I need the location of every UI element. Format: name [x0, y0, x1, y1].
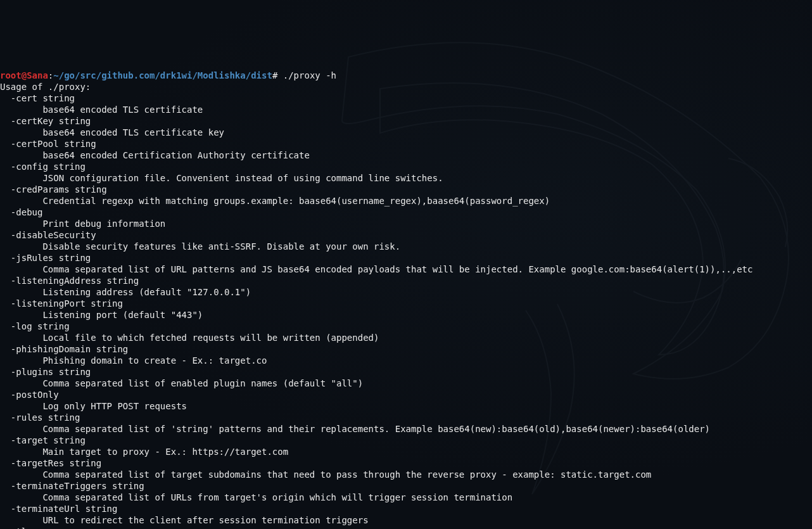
flag-name: -plugins string — [0, 367, 91, 377]
flag-desc: Phishing domain to create - Ex.: target.… — [0, 355, 267, 366]
flag-name: -listeningAddress string — [0, 276, 139, 286]
flag-name: -postOnly — [0, 390, 59, 400]
flag-name: -credParams string — [0, 184, 107, 194]
flag-name: -jsRules string — [0, 253, 91, 263]
flag-name: -config string — [0, 162, 86, 172]
flag-name: -rules string — [0, 412, 80, 423]
flag-desc: URL to redirect the client after session… — [0, 515, 369, 525]
prompt-path: ~/go/src/github.com/drk1wi/Modlishka/dis… — [53, 70, 272, 80]
flag-desc: Comma separated list of URL patterns and… — [0, 264, 752, 274]
flag-desc: base64 encoded Certification Authority c… — [0, 150, 310, 160]
flag-name: -disableSecurity — [0, 230, 96, 240]
usage-line: Usage of ./proxy: — [0, 82, 91, 92]
flag-desc: base64 encoded TLS certificate key — [0, 127, 224, 137]
flags-list: -cert string base64 encoded TLS certific… — [0, 92, 812, 529]
flag-name: -terminateUrl string — [0, 504, 117, 514]
terminal-output[interactable]: root@Sana:~/go/src/github.com/drk1wi/Mod… — [0, 70, 812, 529]
flag-name: -cert string — [0, 93, 75, 103]
flag-name: -certPool string — [0, 139, 96, 149]
flag-desc: Log only HTTP POST requests — [0, 401, 187, 411]
flag-desc: Comma separated list of 'string' pattern… — [0, 424, 710, 434]
flag-desc: Comma separated list of target subdomain… — [0, 469, 651, 480]
flag-desc: Main target to proxy - Ex.: https://targ… — [0, 447, 288, 457]
flag-desc: Disable security features like anti-SSRF… — [0, 241, 400, 252]
prompt-user: root@Sana — [0, 70, 48, 80]
flag-name: -log string — [0, 321, 70, 331]
flag-name: -targetRes string — [0, 458, 101, 468]
flag-name: -certKey string — [0, 116, 91, 126]
flag-desc: JSON configuration file. Convenient inst… — [0, 173, 443, 183]
entered-command: ./proxy -h — [277, 70, 336, 80]
flag-desc: Local file to which fetched requests wil… — [0, 333, 379, 343]
flag-name: -terminateTriggers string — [0, 481, 144, 491]
flag-desc: Listening address (default "127.0.0.1") — [0, 287, 251, 297]
flag-name: -target string — [0, 435, 86, 445]
flag-desc: Print debug information — [0, 219, 165, 229]
flag-name: -tls — [0, 526, 32, 529]
flag-desc: base64 encoded TLS certificate — [0, 105, 203, 115]
flag-desc: Comma separated list of enabled plugin n… — [0, 378, 363, 388]
flag-desc: Listening port (default "443") — [0, 310, 203, 320]
flag-name: -debug — [0, 207, 42, 217]
flag-desc: Comma separated list of URLs from target… — [0, 492, 512, 502]
flag-name: -phishingDomain string — [0, 344, 128, 354]
flag-desc: Credential regexp with matching groups.e… — [0, 196, 550, 206]
flag-name: -listeningPort string — [0, 298, 123, 309]
